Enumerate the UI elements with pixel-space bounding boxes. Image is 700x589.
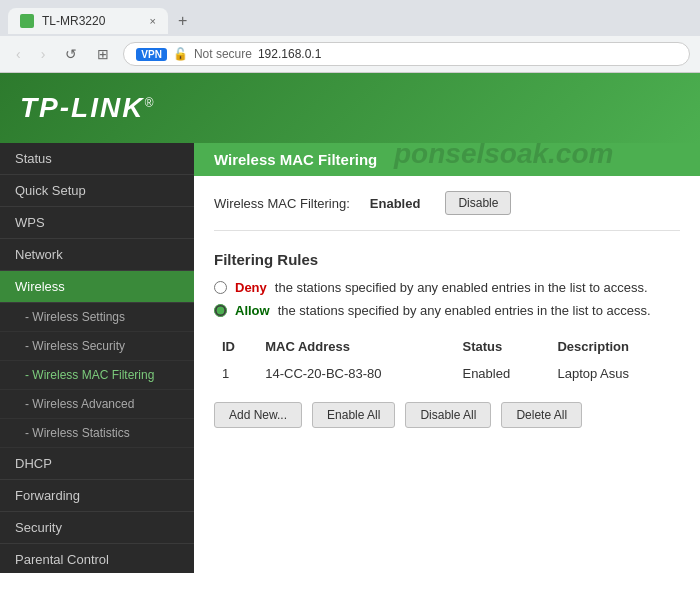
security-indicator: 🔓 [173,47,188,61]
filtering-rules-title: Filtering Rules [214,251,680,268]
cell-id: 1 [214,360,257,387]
sidebar: Status Quick Setup WPS Network Wireless … [0,143,194,573]
mac-table-container: ID MAC Address Status Description 1 14-C… [214,333,680,387]
sidebar-item-parental-control[interactable]: Parental Control [0,544,194,573]
sidebar-item-dhcp[interactable]: DHCP [0,448,194,480]
col-id: ID [214,333,257,360]
sidebar-item-wireless-statistics[interactable]: - Wireless Statistics [0,419,194,448]
cell-description: Laptop Asus [549,360,680,387]
tab-bar: TL-MR3220 × + [0,0,700,36]
add-new-button[interactable]: Add New... [214,402,302,428]
sidebar-item-wireless-advanced[interactable]: - Wireless Advanced [0,390,194,419]
content-title: Wireless MAC Filtering [214,151,377,168]
deny-desc: the stations specified by any enabled en… [275,280,648,295]
tplink-logo: TP-LINK® [20,92,155,124]
not-secure-text: Not secure [194,47,252,61]
vpn-badge: VPN [136,48,167,61]
tab-close-btn[interactable]: × [150,15,156,27]
back-btn[interactable]: ‹ [10,44,27,64]
col-status: Status [454,333,549,360]
deny-radio-row: Deny the stations specified by any enabl… [214,280,680,295]
cell-mac: 14-CC-20-BC-83-80 [257,360,454,387]
new-tab-btn[interactable]: + [168,6,197,36]
filter-value: Enabled [370,196,421,211]
allow-radio-row: Allow the stations specified by any enab… [214,303,680,318]
sidebar-item-network[interactable]: Network [0,239,194,271]
delete-all-button[interactable]: Delete All [501,402,582,428]
allow-radio[interactable] [214,304,227,317]
mac-table: ID MAC Address Status Description 1 14-C… [214,333,680,387]
col-mac: MAC Address [257,333,454,360]
enable-all-button[interactable]: Enable All [312,402,395,428]
sidebar-item-wireless-security[interactable]: - Wireless Security [0,332,194,361]
content-body: Wireless MAC Filtering: Enabled Disable … [194,176,700,443]
deny-radio[interactable] [214,281,227,294]
filter-label: Wireless MAC Filtering: [214,196,350,211]
forward-btn[interactable]: › [35,44,52,64]
filtering-rules-section: Filtering Rules Deny the stations specif… [214,251,680,428]
main-layout: Status Quick Setup WPS Network Wireless … [0,143,700,573]
nav-bar: ‹ › ↺ ⊞ VPN 🔓 Not secure 192.168.0.1 [0,36,700,72]
sidebar-item-security[interactable]: Security [0,512,194,544]
action-buttons: Add New... Enable All Disable All Delete… [214,402,680,428]
cell-status: Enabled [454,360,549,387]
col-description: Description [549,333,680,360]
reload-btn[interactable]: ↺ [59,44,83,64]
active-tab[interactable]: TL-MR3220 × [8,8,168,34]
allow-text: Allow [235,303,270,318]
sidebar-item-wireless-mac-filtering[interactable]: - Wireless MAC Filtering [0,361,194,390]
tab-title: TL-MR3220 [42,14,105,28]
content-area: Wireless MAC Filtering ponselsoak.com Wi… [194,143,700,573]
sidebar-item-wireless[interactable]: Wireless [0,271,194,303]
content-header: Wireless MAC Filtering ponselsoak.com [194,143,700,176]
tab-favicon [20,14,34,28]
sidebar-item-wps[interactable]: WPS [0,207,194,239]
url-text: 192.168.0.1 [258,47,321,61]
sidebar-item-forwarding[interactable]: Forwarding [0,480,194,512]
filter-status-row: Wireless MAC Filtering: Enabled Disable [214,191,680,231]
browser-chrome: TL-MR3220 × + ‹ › ↺ ⊞ VPN 🔓 Not secure 1… [0,0,700,73]
disable-all-button[interactable]: Disable All [405,402,491,428]
sidebar-item-status[interactable]: Status [0,143,194,175]
disable-button[interactable]: Disable [445,191,511,215]
deny-text: Deny [235,280,267,295]
address-bar[interactable]: VPN 🔓 Not secure 192.168.0.1 [123,42,690,66]
sidebar-item-quick-setup[interactable]: Quick Setup [0,175,194,207]
sidebar-item-wireless-settings[interactable]: - Wireless Settings [0,303,194,332]
table-row: 1 14-CC-20-BC-83-80 Enabled Laptop Asus [214,360,680,387]
tplink-header: TP-LINK® [0,73,700,143]
allow-desc: the stations specified by any enabled en… [278,303,651,318]
grid-btn[interactable]: ⊞ [91,44,115,64]
